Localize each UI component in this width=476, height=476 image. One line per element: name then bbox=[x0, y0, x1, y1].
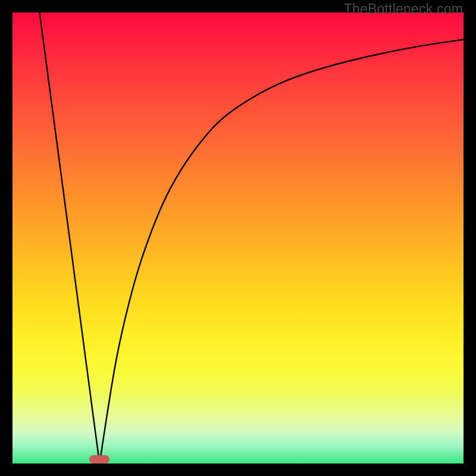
bottleneck-curve bbox=[12, 12, 464, 464]
plot-area bbox=[12, 12, 464, 464]
watermark-text: TheBottleneck.com bbox=[344, 1, 463, 17]
optimum-marker bbox=[89, 455, 109, 464]
